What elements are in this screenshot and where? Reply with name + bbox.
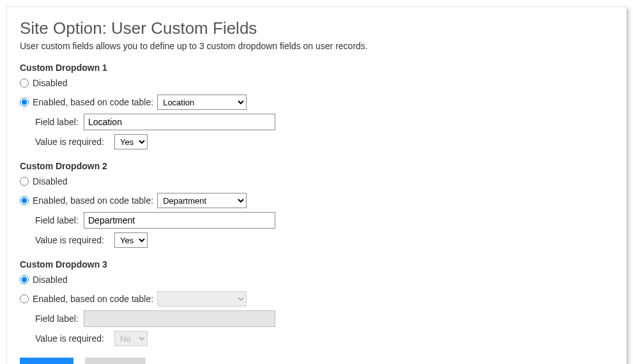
save-button[interactable]: Save (20, 358, 73, 364)
value-required-text: Value is required: (35, 333, 112, 344)
custom-dropdown-1-section: Custom Dropdown 1 Disabled Enabled, base… (20, 63, 613, 149)
field-label-text: Field label: (35, 215, 81, 225)
custom-dropdown-3-section: Custom Dropdown 3 Disabled Enabled, base… (20, 259, 613, 346)
code-table-select[interactable]: Department (157, 193, 247, 208)
site-option-panel: Site Option: User Custom Fields User cus… (6, 6, 627, 364)
enabled-radio-label[interactable]: Enabled, based on code table: (20, 97, 153, 107)
enabled-radio-text: Enabled, based on code table: (33, 294, 153, 304)
enabled-radio[interactable] (20, 196, 29, 205)
disabled-radio[interactable] (20, 275, 29, 284)
value-required-text: Value is required: (35, 137, 112, 147)
disabled-radio-text: Disabled (33, 78, 67, 88)
disabled-radio-label[interactable]: Disabled (20, 78, 67, 88)
disabled-radio[interactable] (20, 177, 29, 186)
enabled-radio[interactable] (20, 294, 29, 303)
value-required-select: No (114, 331, 148, 346)
enabled-radio-text: Enabled, based on code table: (33, 97, 153, 107)
field-label-input (84, 310, 275, 327)
value-required-text: Value is required: (35, 235, 112, 245)
disabled-radio-label[interactable]: Disabled (20, 176, 67, 186)
page-title: Site Option: User Custom Fields (20, 19, 613, 38)
enabled-radio-label[interactable]: Enabled, based on code table: (20, 294, 153, 304)
disabled-radio-text: Disabled (33, 275, 67, 285)
field-label-input[interactable] (84, 212, 275, 229)
enabled-radio-label[interactable]: Enabled, based on code table: (20, 195, 153, 206)
value-required-select[interactable]: Yes (114, 134, 148, 149)
page-description: User custom fields allows you to define … (20, 41, 613, 51)
field-label-text: Field label: (35, 117, 81, 127)
disabled-radio[interactable] (20, 79, 29, 87)
disabled-radio-label[interactable]: Disabled (20, 275, 67, 285)
custom-dropdown-2-section: Custom Dropdown 2 Disabled Enabled, base… (20, 161, 613, 248)
code-table-select (157, 291, 247, 307)
code-table-select[interactable]: Location (157, 95, 247, 110)
field-label-text: Field label: (35, 314, 81, 324)
section-title: Custom Dropdown 3 (20, 259, 613, 269)
value-required-select[interactable]: Yes (114, 232, 148, 248)
disabled-radio-text: Disabled (33, 176, 67, 186)
cancel-button[interactable]: Cancel (85, 358, 146, 364)
section-title: Custom Dropdown 1 (20, 63, 613, 73)
enabled-radio[interactable] (20, 98, 29, 107)
field-label-input[interactable] (84, 114, 275, 130)
button-row: Save Cancel (20, 358, 613, 364)
enabled-radio-text: Enabled, based on code table: (33, 195, 153, 206)
section-title: Custom Dropdown 2 (20, 161, 613, 171)
